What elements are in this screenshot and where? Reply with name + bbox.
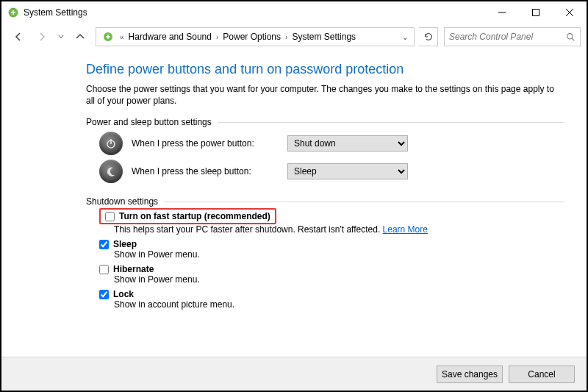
sleep-button-select[interactable]: Sleep	[287, 163, 408, 179]
close-button[interactable]	[553, 1, 587, 24]
fast-startup-desc: This helps start your PC faster after sh…	[114, 224, 380, 235]
forward-button[interactable]	[31, 26, 53, 47]
control-panel-icon	[7, 7, 19, 18]
power-button-settings-section: Power and sleep button settings When I p…	[86, 117, 564, 183]
window-title: System Settings	[24, 7, 87, 18]
history-dropdown[interactable]	[54, 34, 68, 40]
breadcrumb-item[interactable]: System Settings	[289, 32, 359, 42]
address-dropdown[interactable]: ⌄	[398, 33, 412, 41]
back-button[interactable]	[7, 26, 29, 47]
sleep-desc: Show in Power menu.	[114, 249, 564, 260]
sleep-button-label: When I press the sleep button:	[132, 166, 279, 177]
cancel-button[interactable]: Cancel	[509, 366, 575, 383]
highlight-box: Turn on fast startup (recommended)	[99, 208, 276, 224]
chevron-left-icon: «	[118, 33, 126, 41]
power-button-select[interactable]: Shut down	[287, 135, 408, 152]
breadcrumb-item[interactable]: Power Options	[220, 32, 284, 42]
address-bar[interactable]: « Hardware and Sound › Power Options › S…	[96, 27, 415, 46]
save-button[interactable]: Save changes	[437, 366, 503, 383]
search-icon	[566, 32, 576, 42]
hibernate-item: Hibernate Show in Power menu.	[99, 264, 564, 285]
lock-checkbox[interactable]	[99, 290, 109, 299]
sleep-icon	[99, 160, 123, 183]
hibernate-label: Hibernate	[113, 264, 154, 274]
fast-startup-label: Turn on fast startup (recommended)	[119, 211, 270, 221]
sleep-item: Sleep Show in Power menu.	[99, 239, 564, 260]
power-icon	[99, 132, 123, 155]
section-title: Shutdown settings	[86, 196, 158, 207]
lock-item: Lock Show in account picture menu.	[99, 289, 564, 310]
page-description: Choose the power settings that you want …	[86, 83, 564, 107]
lock-desc: Show in account picture menu.	[114, 299, 564, 310]
divider	[164, 202, 564, 202]
control-panel-icon	[101, 29, 115, 44]
search-input[interactable]	[445, 32, 580, 42]
titlebar: System Settings	[1, 1, 587, 24]
hibernate-desc: Show in Power menu.	[114, 274, 564, 285]
chevron-right-icon: ›	[284, 33, 289, 41]
chevron-right-icon: ›	[215, 33, 220, 41]
footer: Save changes Cancel	[1, 357, 587, 391]
content-area: Define power buttons and turn on passwor…	[1, 50, 587, 357]
up-button[interactable]	[69, 26, 91, 47]
maximize-button[interactable]	[519, 1, 553, 24]
svg-rect-2	[533, 10, 539, 16]
divider	[218, 122, 564, 123]
lock-label: Lock	[113, 289, 134, 299]
shutdown-settings-section: Shutdown settings Turn on fast startup (…	[86, 196, 564, 310]
search-box[interactable]	[444, 27, 581, 46]
learn-more-link[interactable]: Learn More	[383, 224, 428, 235]
hibernate-checkbox[interactable]	[99, 265, 109, 274]
breadcrumb-item[interactable]: Hardware and Sound	[126, 32, 215, 42]
navigation-bar: « Hardware and Sound › Power Options › S…	[1, 24, 587, 50]
svg-point-4	[567, 33, 573, 38]
section-title: Power and sleep button settings	[86, 117, 212, 127]
sleep-checkbox[interactable]	[99, 240, 109, 249]
sleep-label: Sleep	[113, 239, 137, 249]
power-button-label: When I press the power button:	[132, 138, 279, 149]
fast-startup-checkbox[interactable]	[105, 212, 115, 221]
refresh-button[interactable]	[419, 27, 438, 46]
fast-startup-item: Turn on fast startup (recommended) This …	[99, 208, 564, 235]
minimize-button[interactable]	[485, 1, 519, 24]
page-title: Define power buttons and turn on passwor…	[86, 62, 564, 77]
